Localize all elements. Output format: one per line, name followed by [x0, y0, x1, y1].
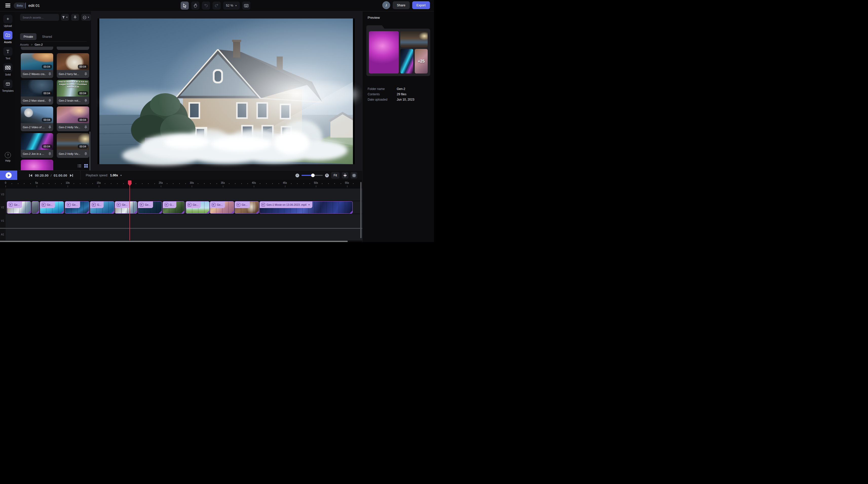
clip-play-icon: ▶ [42, 203, 45, 207]
sidebar-item-upload[interactable]: + Upload [0, 15, 16, 27]
asset-card[interactable]: 00:04Gen-2 Holly Viv... [57, 107, 89, 131]
pin-icon[interactable] [84, 72, 87, 76]
timeline-settings-button[interactable] [351, 172, 357, 179]
asset-card[interactable]: 00:04Gen-2 Man stand... [21, 80, 53, 105]
ruler-dot [92, 183, 93, 184]
ruler-dot [18, 183, 19, 184]
collapse-icon [343, 173, 347, 177]
playback-speed-control[interactable]: Playback speed: 1.00x ▼ [86, 174, 122, 177]
info-row: Date uploaded Jun 10, 2023 [368, 98, 429, 101]
video-editor-app: Beta edit 01 52 % ▼ J [0, 0, 434, 242]
timeline-clip[interactable]: ▶Ge... [40, 201, 64, 214]
list-view-icon [78, 164, 82, 168]
grid-view-icon [84, 164, 88, 168]
play-icon [6, 172, 12, 178]
hand-tool-button[interactable] [191, 2, 199, 10]
cursor-icon [183, 4, 187, 8]
ruler-label: 35s [221, 181, 225, 184]
timeline-clip[interactable] [32, 201, 39, 214]
timeline-clip[interactable]: ▶Ge... [115, 201, 137, 214]
timeline-vertical-scrollbar[interactable] [360, 182, 362, 238]
asset-card[interactable]: 00:04Gen-2 Waves cra... [21, 53, 53, 78]
slider-knob[interactable] [311, 174, 315, 177]
asset-grid-scroll-area[interactable]: 00:04Gen-2 Waves cra...00:04Gen-2 furry … [16, 47, 91, 175]
sidebar-item-help[interactable]: ? Help [0, 152, 16, 162]
pin-icon[interactable] [84, 126, 87, 129]
timeline-horizontal-scrollbar[interactable] [0, 241, 348, 242]
duration-badge: 00:04 [78, 118, 88, 122]
preview-canvas[interactable] [91, 11, 362, 170]
search-input[interactable] [20, 14, 59, 21]
pin-icon[interactable] [84, 99, 87, 102]
undo-button[interactable] [202, 2, 210, 10]
grid-view-button[interactable] [84, 164, 88, 168]
zoom-in-button[interactable]: + [325, 174, 329, 177]
zoom-level-dropdown[interactable]: 52 % ▼ [223, 2, 240, 10]
play-button[interactable] [0, 171, 17, 180]
sidebar-item-assets[interactable]: Assets [0, 31, 16, 43]
timeline-clip[interactable]: ▶Ge... [210, 201, 234, 214]
ruler-label: 40s [252, 181, 256, 184]
track-a1[interactable] [6, 229, 362, 240]
timeline-zoom-slider[interactable] [302, 175, 323, 176]
pin-filter-button[interactable] [71, 14, 79, 21]
sidebar-item-text[interactable]: Text [0, 47, 16, 60]
folder-preview[interactable]: +25 [366, 25, 430, 76]
project-title[interactable]: edit 01 [28, 3, 40, 8]
redo-button[interactable] [213, 2, 221, 10]
skip-to-end-button[interactable] [70, 174, 73, 177]
timeline-clip[interactable]: ▶Gen-1 Movie on 13-06-2023 .mp4▼ [259, 201, 353, 214]
timeline-clip[interactable]: ▶Ge... [138, 201, 162, 214]
asset-card[interactable]: 00:04Gen-2 Video of ... [21, 107, 53, 131]
asset-card-partial[interactable] [21, 47, 53, 50]
hamburger-menu-icon[interactable] [5, 4, 10, 8]
skip-to-start-button[interactable] [29, 174, 32, 177]
collapse-tracks-button[interactable] [342, 172, 348, 179]
zoom-out-button[interactable]: − [296, 174, 299, 177]
asset-card[interactable]: 00:04Gen-2 furry fat... [57, 53, 89, 78]
fit-button[interactable]: Fit [331, 172, 340, 179]
filter-button[interactable]: ▼ [61, 14, 69, 21]
timeline-clip[interactable]: ▶Ge... [186, 201, 210, 214]
pin-icon[interactable] [49, 152, 51, 156]
breadcrumb-separator: > [31, 43, 33, 46]
timeline-clip[interactable]: ▶Ge... [7, 201, 31, 214]
timeline-clip[interactable]: ▶Ge... [235, 201, 259, 214]
tab-shared[interactable]: Shared [38, 33, 56, 40]
share-button[interactable]: Share [393, 1, 410, 9]
pin-icon[interactable] [49, 72, 51, 76]
tab-private[interactable]: Private [20, 33, 36, 40]
sidebar-item-templates[interactable]: Templates [0, 80, 16, 92]
asset-card[interactable]: 00:04Gen-2 Jon in a ... [21, 133, 53, 158]
ruler-dot [241, 183, 242, 184]
plus-icon: + [3, 15, 12, 23]
user-avatar[interactable]: J [382, 1, 390, 9]
clip-label: ▶Ge... [65, 202, 80, 208]
clip-label: ▶Ge... [115, 202, 130, 208]
asset-card[interactable]: 00:04Gen-2 Holly Viv... [57, 133, 89, 158]
duration-badge: 00:04 [78, 145, 88, 149]
ruler-label: 30s [190, 181, 194, 184]
track-v3[interactable] [6, 188, 362, 201]
keyboard-shortcuts-button[interactable] [242, 2, 250, 10]
pin-icon[interactable] [84, 152, 87, 156]
timeline-clip[interactable]: ▶Ge... [65, 201, 89, 214]
clip-name: Ge... [217, 203, 223, 206]
timeline-clip[interactable]: ▶G... [163, 201, 184, 214]
timeline-ruler[interactable]: 05s10s15s20s25s30s35s40s45s50s55s [0, 180, 362, 188]
list-view-button[interactable] [78, 164, 82, 168]
asset-card-partial[interactable] [57, 47, 89, 50]
timeline-clip[interactable]: ▶G... [90, 201, 114, 214]
breadcrumb-root[interactable]: Assets [20, 43, 29, 46]
pin-icon[interactable] [49, 126, 51, 129]
assets-scrollbar[interactable] [89, 131, 90, 175]
track-v1[interactable] [6, 214, 362, 228]
pin-icon[interactable] [49, 99, 51, 102]
clip-label: ▶Gen-1 Movie on 13-06-2023 .mp4▼ [260, 202, 312, 208]
select-tool-button[interactable] [181, 2, 189, 10]
more-options-button[interactable]: ▼ [81, 14, 91, 21]
clip-name: Ge... [72, 203, 78, 206]
asset-card[interactable]: Jntal kn Btanck & an & Keb &n Kalgiat th… [57, 80, 89, 105]
sidebar-item-solid[interactable]: Solid [0, 63, 16, 76]
export-button[interactable]: Export [412, 1, 430, 9]
